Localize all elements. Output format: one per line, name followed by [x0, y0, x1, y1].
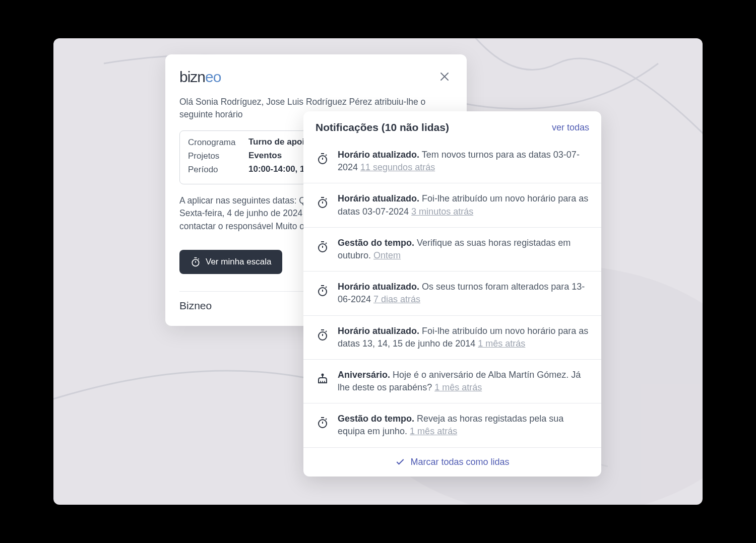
view-schedule-button[interactable]: Ver minha escala	[179, 250, 282, 274]
notifications-title: Notificações (10 não lidas)	[316, 121, 449, 133]
stopwatch-icon-wrapper	[316, 328, 330, 342]
close-icon	[440, 72, 449, 81]
periodo-value: 10:00-14:00, 16	[248, 164, 309, 176]
stopwatch-icon	[317, 417, 329, 429]
notification-content: Gestão do tempo. Verifique as suas horas…	[338, 237, 589, 262]
notification-time[interactable]: 1 mês atrás	[410, 426, 457, 436]
bizneo-logo: bizneo	[179, 69, 221, 86]
stopwatch-icon	[317, 153, 329, 165]
svg-point-7	[322, 374, 324, 375]
birthday-icon	[317, 373, 329, 385]
projetos-value: Eventos	[248, 151, 282, 162]
notification-title-text: Gestão do tempo.	[338, 414, 414, 424]
notification-time[interactable]: 7 dias atrás	[373, 294, 420, 304]
notification-title-text: Horário atualizado.	[338, 193, 419, 203]
stopwatch-icon-wrapper	[316, 195, 330, 210]
stopwatch-icon-wrapper	[316, 152, 330, 166]
stopwatch-icon	[191, 257, 201, 267]
notification-content: Horário atualizado. Foi-lhe atribuído um…	[338, 325, 589, 350]
notification-content: Aniversário. Hoje é o aniversário de Alb…	[338, 369, 589, 394]
notification-time[interactable]: 3 minutos atrás	[411, 207, 473, 217]
notification-title-text: Horário atualizado.	[338, 150, 419, 160]
check-icon	[395, 457, 405, 467]
notification-title-text: Horário atualizado.	[338, 326, 419, 336]
cronograma-label: Cronograma	[188, 137, 248, 149]
notification-item[interactable]: Gestão do tempo. Verifique as suas horas…	[303, 228, 601, 272]
notification-item[interactable]: Horário atualizado. Os seus turnos foram…	[303, 272, 601, 315]
notification-content: Gestão do tempo. Reveja as horas regista…	[338, 413, 589, 438]
notifications-panel: Notificações (10 não lidas) ver todas Ho…	[303, 111, 601, 477]
stopwatch-icon	[317, 329, 329, 341]
app-canvas: bizneo Olá Sonia Rodríguez, Jose Luis Ro…	[53, 38, 703, 505]
notification-item[interactable]: Horário atualizado. Foi-lhe atribuído um…	[303, 316, 601, 360]
birthday-icon-wrapper	[316, 372, 330, 386]
notification-time[interactable]: 1 mês atrás	[434, 382, 482, 392]
modal-header: bizneo	[179, 69, 453, 86]
notification-content: Horário atualizado. Foi-lhe atribuído um…	[338, 192, 589, 218]
see-all-link[interactable]: ver todas	[552, 122, 589, 133]
close-button[interactable]	[436, 69, 453, 85]
notification-time[interactable]: 11 segundos atrás	[360, 162, 435, 172]
notification-time[interactable]: 1 mês atrás	[478, 338, 525, 349]
mark-all-read-button[interactable]: Marcar todas como lidas	[303, 448, 601, 477]
stopwatch-icon-wrapper	[316, 240, 330, 254]
projetos-label: Projetos	[188, 151, 248, 162]
notifications-header: Notificações (10 não lidas) ver todas	[303, 111, 601, 140]
periodo-label: Período	[188, 164, 248, 176]
notification-item[interactable]: Horário atualizado. Foi-lhe atribuído um…	[303, 183, 601, 227]
notification-item[interactable]: Horário atualizado. Tem novos turnos par…	[303, 140, 601, 183]
notifications-list: Horário atualizado. Tem novos turnos par…	[303, 140, 601, 448]
notification-title-text: Gestão do tempo.	[338, 238, 414, 248]
stopwatch-icon	[317, 196, 329, 209]
stopwatch-icon-wrapper	[316, 416, 330, 430]
notification-content: Horário atualizado. Tem novos turnos par…	[338, 149, 589, 174]
notification-item[interactable]: Gestão do tempo. Reveja as horas regista…	[303, 403, 601, 447]
stopwatch-icon-wrapper	[316, 284, 330, 298]
notification-content: Horário atualizado. Os seus turnos foram…	[338, 281, 589, 306]
mark-all-read-label: Marcar todas como lidas	[410, 457, 509, 467]
stopwatch-icon	[317, 241, 329, 253]
view-schedule-label: Ver minha escala	[206, 257, 271, 267]
notification-time[interactable]: Ontem	[373, 250, 401, 260]
notification-title-text: Aniversário.	[338, 370, 390, 380]
cronograma-value: Turno de apoio	[248, 137, 310, 149]
notification-item[interactable]: Aniversário. Hoje é o aniversário de Alb…	[303, 360, 601, 403]
notification-title-text: Horário atualizado.	[338, 282, 419, 292]
stopwatch-icon	[317, 285, 329, 297]
